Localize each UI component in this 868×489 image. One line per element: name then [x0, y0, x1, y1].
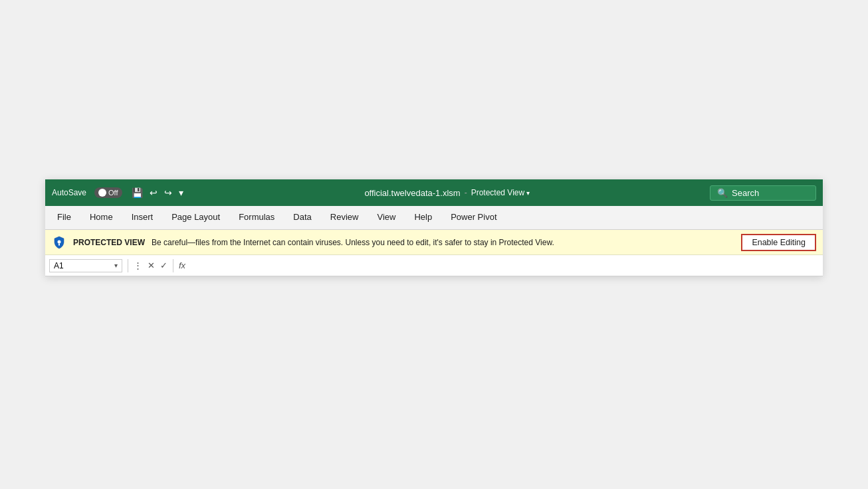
customize-icon[interactable]: ▾ — [177, 186, 185, 199]
tab-review[interactable]: Review — [321, 206, 368, 229]
protected-view-text: Protected View — [471, 188, 525, 197]
formula-more-icon[interactable]: ⋮ — [134, 260, 142, 270]
cell-reference-box[interactable]: A1 ▾ — [49, 259, 122, 272]
fx-icon[interactable]: fx — [179, 260, 185, 270]
svg-point-0 — [58, 240, 61, 243]
toggle-circle — [98, 189, 106, 197]
formula-bar: A1 ▾ ⋮ ✕ ✓ fx — [45, 255, 823, 276]
svg-rect-1 — [58, 243, 60, 245]
title-bar-icons: 💾 ↩ ↪ ▾ — [130, 186, 185, 199]
tab-view[interactable]: View — [368, 206, 405, 229]
tab-power-pivot[interactable]: Power Pivot — [441, 206, 506, 229]
search-box[interactable]: 🔍 Search — [710, 185, 816, 201]
view-mode-label: Protected View ▾ — [471, 188, 530, 197]
tab-file[interactable]: File — [48, 206, 80, 229]
formula-icons: ⋮ ✕ ✓ — [134, 260, 167, 270]
save-icon[interactable]: 💾 — [130, 186, 144, 199]
ribbon-tabs: File Home Insert Page Layout Formulas Da… — [45, 206, 823, 230]
tab-formulas[interactable]: Formulas — [229, 206, 284, 229]
tab-data[interactable]: Data — [284, 206, 320, 229]
tab-home[interactable]: Home — [80, 206, 122, 229]
view-chevron-icon: ▾ — [526, 189, 530, 197]
enable-editing-button[interactable]: Enable Editing — [741, 234, 816, 251]
autosave-toggle[interactable]: Off — [94, 187, 122, 198]
filename-label: official.twelvedata-1.xlsm — [364, 188, 460, 198]
title-center: official.twelvedata-1.xlsm - Protected V… — [193, 188, 702, 198]
search-label: Search — [732, 188, 759, 198]
formula-divider — [128, 259, 128, 272]
protected-view-message: Be careful—files from the Internet can c… — [152, 238, 734, 247]
search-icon: 🔍 — [717, 188, 728, 198]
shield-icon — [52, 235, 66, 250]
cell-ref-chevron-icon: ▾ — [114, 262, 118, 269]
cell-ref-value: A1 — [54, 261, 112, 270]
undo-icon[interactable]: ↩ — [148, 186, 159, 199]
confirm-formula-icon[interactable]: ✓ — [160, 260, 167, 270]
title-bar: AutoSave Off 💾 ↩ ↪ ▾ official.twelvedata… — [45, 179, 823, 206]
tab-help[interactable]: Help — [405, 206, 441, 229]
redo-icon[interactable]: ↪ — [163, 186, 173, 199]
toggle-label: Off — [108, 189, 118, 197]
title-separator: - — [465, 188, 467, 197]
tab-page-layout[interactable]: Page Layout — [162, 206, 229, 229]
protected-view-badge: PROTECTED VIEW — [73, 238, 145, 247]
tab-insert[interactable]: Insert — [122, 206, 163, 229]
excel-window: AutoSave Off 💾 ↩ ↪ ▾ official.twelvedata… — [45, 179, 823, 276]
autosave-label: AutoSave — [52, 188, 86, 197]
formula-divider-2 — [173, 259, 173, 272]
protected-view-bar: PROTECTED VIEW Be careful—files from the… — [45, 230, 823, 255]
cancel-formula-icon[interactable]: ✕ — [148, 260, 155, 270]
